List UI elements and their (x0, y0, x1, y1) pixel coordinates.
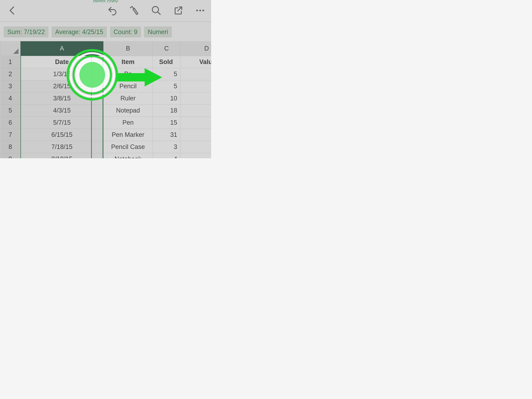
table-row: 9 8/19/15 Notebook 4 (0, 153, 211, 158)
cell[interactable]: 2 (180, 104, 211, 117)
svg-point-4 (202, 10, 204, 12)
cell[interactable]: 5 (153, 68, 180, 80)
cell[interactable] (180, 153, 211, 158)
row-header[interactable]: 4 (0, 92, 21, 104)
svg-line-1 (158, 12, 160, 14)
stat-numeric[interactable]: Numeri (144, 26, 171, 38)
cell[interactable]: 7/18/15 (21, 141, 103, 153)
table-row: 3 2/6/15 Pencil 5 1 (0, 80, 211, 92)
row-header[interactable]: 5 (0, 104, 21, 117)
cell[interactable]: Pencil Case (103, 141, 153, 153)
stat-average[interactable]: Average: 4/25/15 (51, 26, 107, 38)
row-header[interactable]: 2 (0, 68, 21, 80)
cell[interactable]: 2/6/15 (21, 80, 103, 92)
cell[interactable]: 5 (153, 80, 180, 92)
row-header[interactable]: 6 (0, 117, 21, 129)
column-resize-guide (103, 56, 103, 158)
cell[interactable]: 4 (153, 153, 180, 158)
back-icon[interactable] (7, 5, 18, 16)
table-row: 7 6/15/15 Pen Marker 31 6 (0, 129, 211, 141)
row-header[interactable]: 3 (0, 80, 21, 92)
cell[interactable]: 31 (153, 129, 180, 141)
cell[interactable]: Pen Marker (103, 129, 153, 141)
search-icon[interactable] (151, 5, 162, 16)
cell[interactable]: 3 (180, 117, 211, 129)
cell[interactable]: 3 (153, 141, 180, 153)
cell[interactable]: 1 (180, 141, 211, 153)
cell[interactable]: 10 (153, 92, 180, 104)
stat-count[interactable]: Count: 9 (110, 26, 141, 38)
cell[interactable]: Pe (103, 68, 153, 80)
cell[interactable]: Ruler (103, 92, 153, 104)
row-header[interactable]: 9 (0, 153, 21, 158)
edit-pen-icon[interactable] (129, 5, 140, 16)
table-row: 5 4/3/15 Notepad 18 2 (0, 104, 211, 117)
select-all-corner[interactable] (0, 41, 21, 56)
table-row: 6 5/7/15 Pen 15 3 (0, 117, 211, 129)
cell[interactable]: 1 (180, 80, 211, 92)
table-row: 8 7/18/15 Pencil Case 3 1 (0, 141, 211, 153)
cell[interactable]: Pen (103, 117, 153, 129)
row-header[interactable]: 1 (0, 56, 21, 68)
app-window: Items copy (0, 0, 211, 158)
cell[interactable]: Sold (153, 56, 180, 68)
more-icon[interactable] (195, 5, 205, 16)
column-header-a[interactable]: A (21, 41, 103, 56)
cell[interactable]: 1 (180, 68, 211, 80)
share-icon[interactable] (173, 5, 184, 16)
cell[interactable]: 6/15/15 (21, 129, 103, 141)
stat-sum[interactable]: Sum: 7/19/22 (4, 26, 49, 38)
table-row: 2 1/3/15 Pe 5 1 (0, 68, 211, 80)
column-header-d[interactable]: D (180, 41, 211, 56)
cell[interactable]: 1/3/15 (21, 68, 103, 80)
stats-bar: Sum: 7/19/22 Average: 4/25/15 Count: 9 N… (0, 24, 211, 40)
undo-icon[interactable] (107, 5, 118, 16)
spreadsheet-grid[interactable]: A B C D 1 Date Item Sold Value 2 1/3/15 (0, 41, 211, 158)
cell[interactable]: Notebook (103, 153, 153, 158)
cell[interactable]: 5/7/15 (21, 117, 103, 129)
column-resize-handle[interactable] (91, 56, 92, 158)
cell[interactable]: 4/3/15 (21, 104, 103, 117)
cell[interactable]: Item (103, 56, 153, 68)
svg-point-3 (199, 10, 201, 12)
cell[interactable]: 3/8/15 (21, 92, 103, 104)
cell[interactable]: Value (180, 56, 211, 68)
cell[interactable]: 15 (153, 117, 180, 129)
toolbar (0, 0, 211, 22)
cell[interactable]: Notepad (103, 104, 153, 117)
table-row: 1 Date Item Sold Value (0, 56, 211, 68)
cell[interactable]: 1 (180, 92, 211, 104)
cell[interactable]: Date (21, 56, 103, 68)
table-row: 4 3/8/15 Ruler 10 1 (0, 92, 211, 104)
row-header[interactable]: 8 (0, 141, 21, 153)
row-header[interactable]: 7 (0, 129, 21, 141)
cell[interactable]: Pencil (103, 80, 153, 92)
column-header-c[interactable]: C (153, 41, 180, 56)
cell[interactable]: 6 (180, 129, 211, 141)
cell[interactable]: 18 (153, 104, 180, 117)
svg-point-2 (196, 10, 198, 12)
column-header-b[interactable]: B (103, 41, 153, 56)
cell[interactable]: 8/19/15 (21, 153, 103, 158)
